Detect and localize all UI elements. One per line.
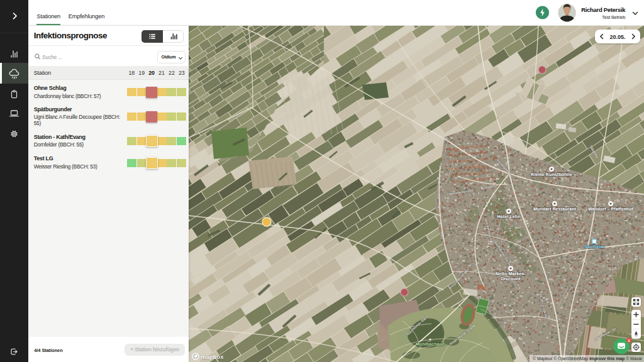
svg-text:Mundart Restaurant: Mundart Restaurant [533, 206, 576, 212]
svg-text:Discount: Discount [501, 276, 521, 282]
svg-text:Kleine Kunstbühne: Kleine Kunstbühne [531, 172, 572, 177]
svg-text:Walldorf – Pfaffenhof: Walldorf – Pfaffenhof [588, 206, 634, 212]
svg-text:Mühlbachaue: Mühlbachaue [416, 341, 445, 347]
svg-text:Saulheim: Saulheim [584, 244, 604, 250]
svg-text:Hotel Lehn: Hotel Lehn [497, 214, 520, 219]
